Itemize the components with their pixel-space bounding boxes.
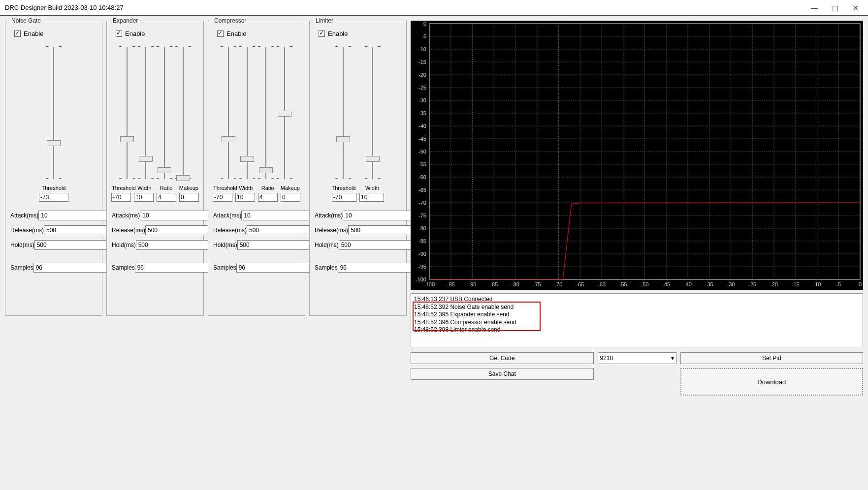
enable-checkbox[interactable] bbox=[14, 31, 21, 37]
close-button[interactable]: ✕ bbox=[852, 4, 859, 11]
compressor-panel: CompressorEnableThresholdWidthRatioMakeu… bbox=[208, 21, 305, 316]
samples-label: Samples bbox=[213, 264, 236, 271]
svg-text:-85: -85 bbox=[418, 238, 426, 244]
hold-input[interactable] bbox=[237, 240, 316, 250]
enable-checkbox[interactable] bbox=[217, 31, 224, 37]
transfer-chart: -100-95-90-85-80-75-70-65-60-55-50-45-40… bbox=[411, 21, 863, 290]
width-input[interactable] bbox=[359, 193, 384, 202]
minimize-button[interactable]: — bbox=[811, 4, 818, 11]
samples-input[interactable] bbox=[338, 263, 417, 273]
width-slider[interactable] bbox=[141, 44, 151, 182]
panel-title: Compressor bbox=[212, 17, 248, 24]
enable-label: Enable bbox=[226, 30, 246, 37]
enable-label: Enable bbox=[125, 30, 145, 37]
hold-label: Hold(ms) bbox=[112, 242, 136, 248]
svg-text:-100: -100 bbox=[424, 281, 435, 287]
slider-inputs bbox=[112, 193, 198, 202]
threshold-input[interactable] bbox=[332, 193, 356, 202]
svg-text:-20: -20 bbox=[770, 281, 778, 287]
attack-input[interactable] bbox=[38, 211, 117, 220]
svg-text:-95: -95 bbox=[447, 281, 455, 287]
samples-input[interactable] bbox=[236, 263, 315, 273]
samples-input[interactable] bbox=[135, 263, 214, 273]
ratio-input[interactable] bbox=[157, 193, 176, 202]
threshold-input[interactable] bbox=[39, 193, 68, 202]
enable-label: Enable bbox=[328, 30, 348, 37]
slider-labels: ThresholdWidth bbox=[315, 185, 401, 191]
svg-text:-40: -40 bbox=[684, 281, 692, 287]
svg-text:-15: -15 bbox=[418, 59, 426, 65]
svg-text:-10: -10 bbox=[418, 46, 426, 52]
log-line: 15:48:52.396 Compressor enable send bbox=[414, 319, 860, 327]
makeup-slider[interactable] bbox=[178, 44, 188, 182]
svg-text:-25: -25 bbox=[418, 85, 426, 91]
release-label: Release(ms) bbox=[213, 227, 247, 234]
log-line: 15:46:13.237 USB Connected bbox=[414, 296, 860, 304]
ratio-slider[interactable] bbox=[160, 44, 169, 182]
samples-label: Samples bbox=[10, 264, 33, 271]
svg-text:-10: -10 bbox=[813, 281, 821, 287]
log-line: 15:48:52.398 Limter enable send bbox=[414, 326, 860, 334]
makeup-input[interactable] bbox=[179, 193, 199, 202]
width-slider[interactable] bbox=[242, 44, 252, 182]
svg-text:-15: -15 bbox=[792, 281, 800, 287]
svg-text:-55: -55 bbox=[619, 281, 627, 287]
svg-text:-5: -5 bbox=[836, 281, 841, 287]
enable-checkbox[interactable] bbox=[116, 31, 122, 37]
makeup-input[interactable] bbox=[281, 193, 300, 202]
width-input[interactable] bbox=[134, 193, 154, 202]
slider-labels: ThresholdWidthRatioMakeup bbox=[112, 185, 198, 191]
svg-text:0: 0 bbox=[423, 21, 426, 27]
threshold-slider[interactable] bbox=[224, 44, 233, 182]
width-input[interactable] bbox=[235, 193, 255, 202]
get-code-button[interactable]: Get Code bbox=[411, 352, 594, 364]
pid-select[interactable]: 9218 ▾ bbox=[598, 352, 676, 364]
slider-group bbox=[10, 44, 97, 182]
slider-group bbox=[213, 44, 300, 182]
threshold-slider[interactable] bbox=[338, 44, 348, 182]
attack-input[interactable] bbox=[241, 211, 320, 220]
attack-input[interactable] bbox=[343, 211, 421, 220]
release-label: Release(ms) bbox=[315, 227, 348, 234]
makeup-slider[interactable] bbox=[280, 44, 289, 182]
samples-label: Samples bbox=[315, 264, 338, 271]
chevron-down-icon: ▾ bbox=[671, 355, 674, 362]
download-button[interactable]: Download bbox=[680, 368, 864, 396]
ratio-slider[interactable] bbox=[261, 44, 271, 182]
slider-labels: ThresholdWidthRatioMakeup bbox=[213, 185, 300, 191]
threshold-input[interactable] bbox=[111, 193, 131, 202]
svg-text:-50: -50 bbox=[418, 149, 426, 154]
hold-input[interactable] bbox=[34, 240, 113, 250]
release-label: Release(ms) bbox=[112, 227, 145, 234]
svg-text:-60: -60 bbox=[598, 281, 606, 287]
panel-title: Expander bbox=[111, 17, 140, 24]
ratio-input[interactable] bbox=[258, 193, 278, 202]
svg-text:-75: -75 bbox=[418, 213, 426, 218]
samples-input[interactable] bbox=[33, 263, 112, 273]
enable-label: Enable bbox=[24, 30, 43, 37]
release-label: Release(ms) bbox=[10, 227, 44, 234]
width-slider[interactable] bbox=[368, 44, 378, 182]
threshold-slider[interactable] bbox=[122, 44, 132, 182]
set-pid-button[interactable]: Set Pid bbox=[680, 352, 864, 364]
svg-text:-40: -40 bbox=[418, 123, 426, 129]
threshold-input[interactable] bbox=[213, 193, 232, 202]
enable-checkbox[interactable] bbox=[319, 31, 325, 37]
svg-text:-65: -65 bbox=[418, 187, 426, 193]
slider-inputs bbox=[315, 193, 401, 202]
slider-group bbox=[112, 44, 198, 182]
attack-label: Attack(ms) bbox=[112, 212, 140, 219]
save-chat-button[interactable]: Save Chat bbox=[411, 368, 594, 380]
svg-text:-95: -95 bbox=[418, 264, 426, 270]
attack-label: Attack(ms) bbox=[315, 212, 343, 219]
maximize-button[interactable]: ▢ bbox=[832, 4, 838, 11]
noise_gate-panel: Noise GateEnableThresholdAttack(ms)Relea… bbox=[5, 21, 102, 316]
threshold-slider[interactable] bbox=[49, 44, 59, 182]
hold-input[interactable] bbox=[339, 240, 418, 250]
attack-input[interactable] bbox=[140, 211, 219, 220]
samples-label: Samples bbox=[112, 264, 135, 271]
svg-text:-75: -75 bbox=[533, 281, 541, 287]
hold-input[interactable] bbox=[136, 240, 215, 250]
log-output[interactable]: 15:46:13.237 USB Connected15:48:52.392 N… bbox=[411, 293, 863, 347]
svg-text:-45: -45 bbox=[662, 281, 670, 287]
